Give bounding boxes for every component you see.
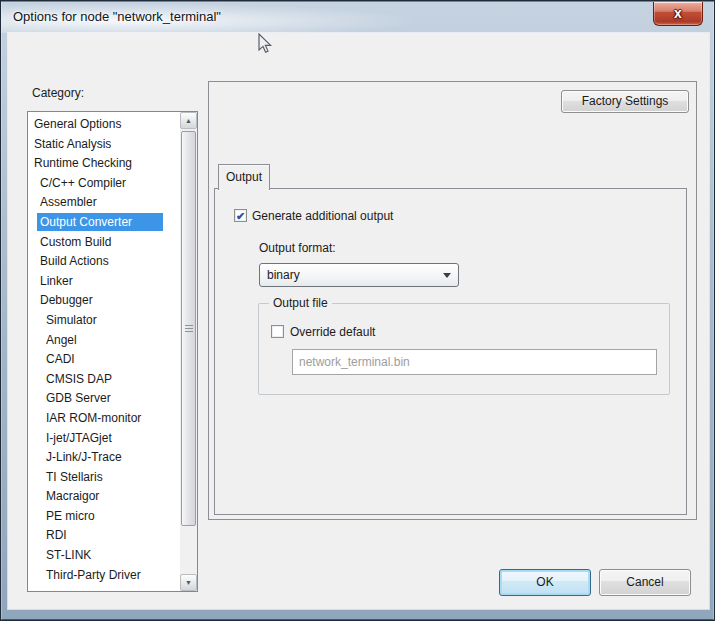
output-format-label: Output format: xyxy=(259,241,336,255)
category-item-label: Assembler xyxy=(37,193,100,211)
category-item-label: Macraigor xyxy=(43,487,102,505)
category-list: General OptionsStatic AnalysisRuntime Ch… xyxy=(28,115,180,585)
title-bar[interactable]: Options for node "network_terminal" x xyxy=(1,1,714,33)
category-item-label: Third-Party Driver xyxy=(43,566,144,584)
ok-button[interactable]: OK xyxy=(499,569,591,596)
output-format-select[interactable]: binary xyxy=(259,263,459,287)
category-list-item[interactable]: Macraigor xyxy=(28,487,180,507)
chevron-down-icon xyxy=(443,273,451,282)
scroll-down-button[interactable]: ▼ xyxy=(180,574,197,591)
category-list-item[interactable]: Build Actions xyxy=(28,252,180,272)
category-item-label: Debugger xyxy=(37,291,96,309)
output-file-group-legend: Output file xyxy=(269,296,332,310)
arrow-up-icon: ▲ xyxy=(181,113,196,128)
category-list-item[interactable]: General Options xyxy=(28,115,180,135)
category-item-label: Output Converter xyxy=(37,213,163,231)
override-default-checkbox[interactable] xyxy=(271,325,284,338)
arrow-down-icon: ▼ xyxy=(181,575,196,590)
mouse-cursor-icon xyxy=(257,33,277,55)
category-item-label: GDB Server xyxy=(43,389,114,407)
category-list-item[interactable]: GDB Server xyxy=(28,389,180,409)
scroll-up-button[interactable]: ▲ xyxy=(180,112,197,129)
category-list-item[interactable]: Custom Build xyxy=(28,233,180,253)
category-list-item[interactable]: Simulator xyxy=(28,311,180,331)
category-list-item[interactable]: C/C++ Compiler xyxy=(28,174,180,194)
category-item-label: CADI xyxy=(43,350,78,368)
category-item-label: Simulator xyxy=(43,311,100,329)
category-item-label: I-jet/JTAGjet xyxy=(43,429,115,447)
dialog-title: Options for node "network_terminal" xyxy=(13,9,221,24)
category-list-item[interactable]: Debugger xyxy=(28,291,180,311)
category-item-label: IAR ROM-monitor xyxy=(43,409,144,427)
category-list-item[interactable]: Assembler xyxy=(28,193,180,213)
scrollbar-thumb[interactable] xyxy=(181,131,196,526)
tab-output[interactable]: Output xyxy=(218,164,270,190)
category-item-label: Linker xyxy=(37,272,76,290)
options-dialog: Options for node "network_terminal" x Ca… xyxy=(0,0,715,621)
output-filename-field[interactable] xyxy=(292,349,657,375)
category-list-item[interactable]: Static Analysis xyxy=(28,135,180,155)
dialog-body: Category: General OptionsStatic Analysis… xyxy=(8,33,709,609)
category-item-label: Angel xyxy=(43,331,80,349)
output-file-group: Output file Override default xyxy=(258,303,670,395)
category-item-label: TI Stellaris xyxy=(43,468,106,486)
category-item-label: J-Link/J-Trace xyxy=(43,448,125,466)
category-list-item[interactable]: Runtime Checking xyxy=(28,154,180,174)
generate-additional-output-checkbox[interactable]: ✔ xyxy=(234,209,247,222)
category-item-label: Runtime Checking xyxy=(31,154,135,172)
factory-settings-button[interactable]: Factory Settings xyxy=(561,90,689,113)
category-list-item[interactable]: TI Stellaris xyxy=(28,468,180,488)
category-list-item[interactable]: Third-Party Driver xyxy=(28,566,180,586)
category-item-label: RDI xyxy=(43,526,70,544)
category-list-item[interactable]: J-Link/J-Trace xyxy=(28,448,180,468)
close-button[interactable]: x xyxy=(653,2,703,26)
category-label: Category: xyxy=(32,86,84,100)
generate-additional-output-label: Generate additional output xyxy=(252,209,393,223)
category-item-label: Static Analysis xyxy=(31,135,114,153)
category-list-item[interactable]: Angel xyxy=(28,331,180,351)
category-item-label: C/C++ Compiler xyxy=(37,174,129,192)
scrollbar-grip-icon xyxy=(185,325,193,333)
category-listbox[interactable]: General OptionsStatic AnalysisRuntime Ch… xyxy=(27,111,198,592)
category-item-label: Build Actions xyxy=(37,252,112,270)
category-list-item[interactable]: RDI xyxy=(28,526,180,546)
category-list-item[interactable]: I-jet/JTAGjet xyxy=(28,429,180,449)
override-default-label: Override default xyxy=(290,325,375,339)
category-list-item[interactable]: CADI xyxy=(28,350,180,370)
listbox-scrollbar[interactable]: ▲ ▼ xyxy=(180,112,197,591)
category-item-label: Custom Build xyxy=(37,233,114,251)
category-item-label: General Options xyxy=(31,115,124,133)
category-list-item[interactable]: Linker xyxy=(28,272,180,292)
category-item-label: PE micro xyxy=(43,507,98,525)
cancel-button[interactable]: Cancel xyxy=(599,569,691,596)
category-list-item[interactable]: IAR ROM-monitor xyxy=(28,409,180,429)
output-format-value: binary xyxy=(267,268,300,282)
category-list-item[interactable]: ST-LINK xyxy=(28,546,180,566)
category-item-label: ST-LINK xyxy=(43,546,94,564)
category-item-label: CMSIS DAP xyxy=(43,370,115,388)
output-tab-page: ✔ Generate additional output Output form… xyxy=(214,188,687,515)
category-list-item[interactable]: Output Converter xyxy=(28,213,180,233)
category-list-item[interactable]: CMSIS DAP xyxy=(28,370,180,390)
close-icon: x xyxy=(654,2,702,24)
category-list-item[interactable]: PE micro xyxy=(28,507,180,527)
